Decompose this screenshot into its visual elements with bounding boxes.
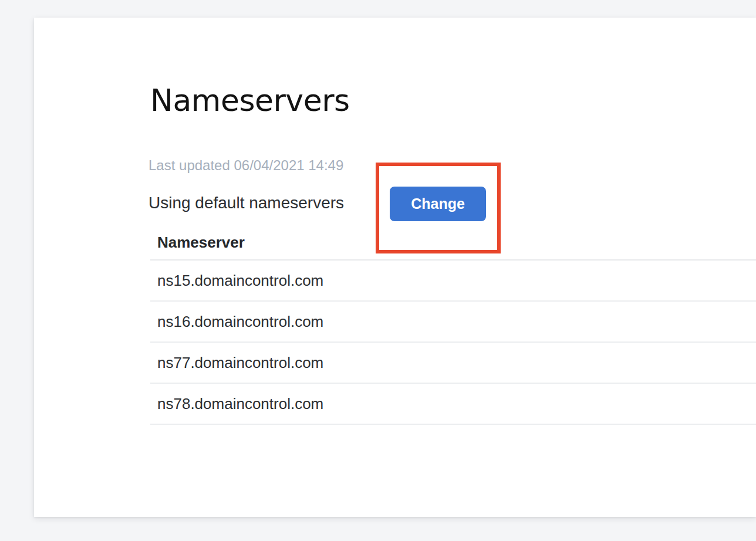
table-row: ns15.domaincontrol.com xyxy=(150,261,756,302)
nameserver-status-text: Using default nameservers xyxy=(148,193,344,213)
nameservers-table: Nameserver ns15.domaincontrol.com ns16.d… xyxy=(150,234,756,425)
table-row: ns16.domaincontrol.com xyxy=(150,302,756,343)
nameservers-panel: Nameservers Last updated 06/04/2021 14:4… xyxy=(34,18,756,517)
table-header-nameserver: Nameserver xyxy=(150,234,756,261)
last-updated-text: Last updated 06/04/2021 14:49 xyxy=(148,157,343,174)
page-title: Nameservers xyxy=(150,83,350,119)
table-row: ns78.domaincontrol.com xyxy=(150,384,756,425)
change-nameservers-button[interactable]: Change xyxy=(390,187,486,221)
table-row: ns77.domaincontrol.com xyxy=(150,343,756,384)
